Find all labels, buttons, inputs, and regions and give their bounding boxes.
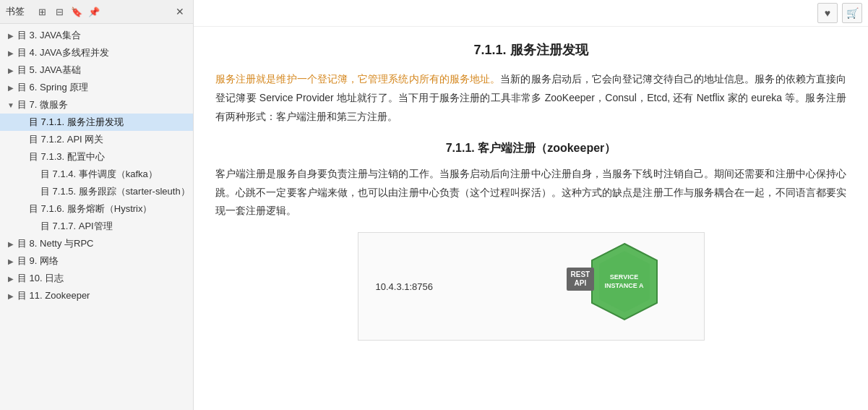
close-sidebar-btn[interactable]: ✕ [173, 4, 187, 19]
sidebar-item-ch10[interactable]: 目 10. 日志 [0, 270, 193, 287]
sidebar-label-ch715: 目 7.1.5. 服务跟踪（starter-sleuth） [40, 185, 190, 198]
hexagon-shape: SERVICE INSTANCE A [588, 240, 661, 323]
page-title: 7.1.1. 服务注册发现 [215, 41, 846, 59]
tree-arrow-ch5 [6, 65, 16, 75]
tree-arrow-ch9 [6, 256, 16, 266]
bookmark-heart-btn[interactable]: ♥ [817, 3, 838, 23]
sidebar: 书签 ⊞ ⊟ 🔖 📌 ✕ 目 3. JAVA集合目 4. JAVA多线程并发目 … [0, 0, 194, 410]
sidebar-label-ch713: 目 7.1.3. 配置中心 [29, 150, 105, 163]
cart-btn[interactable]: 🛒 [842, 3, 862, 23]
sidebar-item-ch4[interactable]: 目 4. JAVA多线程并发 [0, 44, 193, 61]
sidebar-item-ch717[interactable]: 目 7.1.7. API管理 [0, 218, 193, 235]
rest-api-badge: REST API [567, 268, 595, 291]
sidebar-label-ch712: 目 7.1.2. API 网关 [29, 133, 103, 146]
sidebar-label-ch11: 目 11. Zookeeper [17, 289, 90, 302]
content-wrapper: ♥ 🛒 7.1.1. 服务注册发现 服务注册就是维护一个登记簿，它管理系统内所有… [194, 0, 868, 370]
tree-arrow-ch712 [17, 134, 27, 145]
sidebar-item-ch715[interactable]: 目 7.1.5. 服务跟踪（starter-sleuth） [0, 183, 193, 200]
sidebar-item-ch712[interactable]: 目 7.1.2. API 网关 [0, 131, 193, 148]
tree-arrow-ch8 [6, 239, 16, 249]
tree-arrow-ch711 [17, 117, 27, 127]
tree-arrow-ch11 [6, 291, 16, 301]
paragraph-1: 服务注册就是维护一个登记簿，它管理系统内所有的服务地址。当新的服务启动后，它会向… [215, 70, 846, 127]
sidebar-label-ch7: 目 7. 微服务 [17, 98, 68, 111]
sidebar-item-ch714[interactable]: 目 7.1.4. 事件调度（kafka） [0, 166, 193, 183]
para1-highlight: 服务注册就是维护一个登记簿，它管理系统内所有的服务地址。 [215, 73, 500, 85]
paragraph-2: 客户端注册是服务自身要负责注册与注销的工作。当服务启动后向注册中心注册自身，当服… [215, 165, 846, 221]
sidebar-item-ch9[interactable]: 目 9. 网络 [0, 252, 193, 270]
tree-arrow-ch713 [17, 152, 27, 162]
sidebar-header-controls: 书签 ⊞ ⊟ 🔖 📌 [6, 4, 101, 19]
toolbar-area: ♥ 🛒 [194, 0, 868, 27]
sidebar-label-ch4: 目 4. JAVA多线程并发 [17, 46, 109, 59]
tree-arrow-ch717 [29, 221, 39, 231]
sidebar-label-ch5: 目 5. JAVA基础 [17, 64, 81, 77]
tree-arrow-ch4 [6, 48, 16, 58]
sidebar-title: 书签 [6, 5, 25, 18]
diagram-area: 10.4.3.1:8756 SERVICE INSTANCE A [358, 232, 705, 341]
service-instance-hex: SERVICE INSTANCE A REST API [588, 240, 661, 323]
tree-arrow-ch7 [6, 100, 16, 110]
sidebar-label-ch9: 目 9. 网络 [17, 255, 59, 268]
sidebar-label-ch8: 目 8. Netty 与RPC [17, 237, 93, 250]
sidebar-label-ch3: 目 3. JAVA集合 [17, 29, 81, 42]
collapse-all-btn[interactable]: ⊟ [52, 4, 66, 19]
sidebar-item-ch5[interactable]: 目 5. JAVA基础 [0, 61, 193, 79]
sidebar-label-ch6: 目 6. Spring 原理 [17, 81, 88, 94]
sidebar-item-ch6[interactable]: 目 6. Spring 原理 [0, 79, 193, 96]
sidebar-label-ch717: 目 7.1.7. API管理 [40, 220, 113, 233]
tree-arrow-ch3 [6, 30, 16, 40]
sidebar-item-ch8[interactable]: 目 8. Netty 与RPC [0, 235, 193, 252]
tree-arrow-ch6 [6, 82, 16, 93]
sidebar-label-ch714: 目 7.1.4. 事件调度（kafka） [40, 168, 158, 181]
sidebar-item-ch11[interactable]: 目 11. Zookeeper [0, 287, 193, 304]
sidebar-item-ch716[interactable]: 目 7.1.6. 服务熔断（Hystrix） [0, 200, 193, 218]
sidebar-item-ch713[interactable]: 目 7.1.3. 配置中心 [0, 148, 193, 166]
expand-all-btn[interactable]: ⊞ [35, 4, 49, 19]
main-content: ♥ 🛒 7.1.1. 服务注册发现 服务注册就是维护一个登记簿，它管理系统内所有… [194, 0, 868, 410]
sidebar-label-ch711: 目 7.1.1. 服务注册发现 [29, 116, 124, 129]
pin-icon[interactable]: 📌 [87, 4, 101, 19]
content-body: 7.1.1. 服务注册发现 服务注册就是维护一个登记簿，它管理系统内所有的服务地… [194, 27, 868, 355]
service-instance-label: SERVICE INSTANCE A [605, 273, 644, 290]
ip-label: 10.4.3.1:8756 [376, 281, 434, 292]
sidebar-label-ch10: 目 10. 日志 [17, 272, 64, 285]
tree-arrow-ch716 [17, 204, 27, 214]
tree-arrow-ch715 [29, 187, 39, 197]
tree-arrow-ch714 [29, 169, 39, 179]
sidebar-tree: 目 3. JAVA集合目 4. JAVA多线程并发目 5. JAVA基础目 6.… [0, 24, 193, 410]
bookmark-icon[interactable]: 🔖 [69, 4, 84, 19]
sidebar-item-ch7[interactable]: 目 7. 微服务 [0, 96, 193, 114]
sidebar-item-ch3[interactable]: 目 3. JAVA集合 [0, 27, 193, 44]
sidebar-label-ch716: 目 7.1.6. 服务熔断（Hystrix） [29, 202, 152, 215]
sidebar-header: 书签 ⊞ ⊟ 🔖 📌 ✕ [0, 0, 193, 24]
sidebar-item-ch711[interactable]: 目 7.1.1. 服务注册发现 [0, 114, 193, 131]
subsection-title: 7.1.1. 客户端注册（zookeeper） [215, 141, 846, 156]
tree-arrow-ch10 [6, 273, 16, 283]
